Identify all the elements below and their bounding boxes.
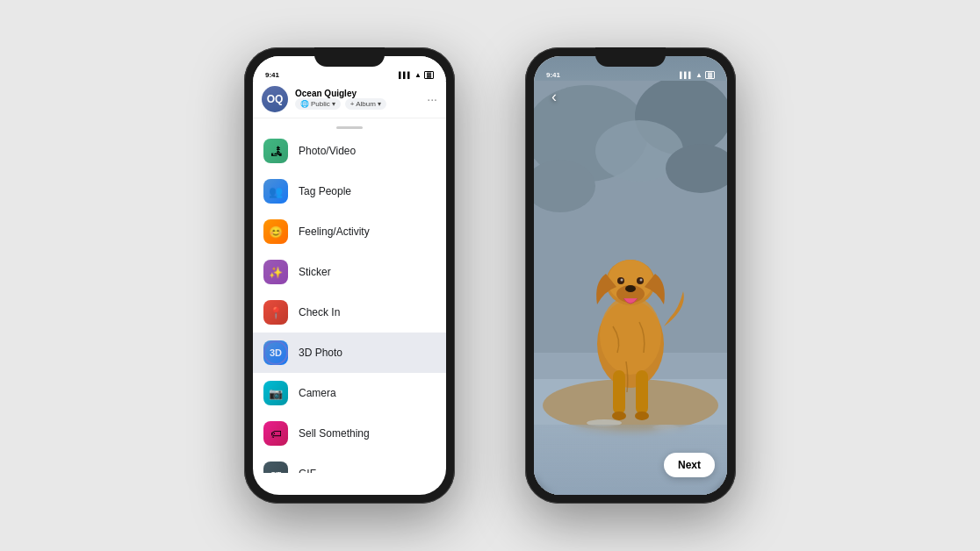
drag-indicator <box>253 118 446 131</box>
signal-icon: ▌▌▌ <box>399 72 412 78</box>
notch <box>314 47 385 67</box>
svg-point-14 <box>625 285 636 292</box>
check-in-label: Check In <box>299 306 340 318</box>
status-time: 9:41 <box>265 71 279 79</box>
gif-label: GIF <box>299 468 316 473</box>
privacy-label: Public <box>311 100 330 108</box>
wifi-icon: ▲ <box>414 71 422 79</box>
gif-icon: GIF <box>263 462 288 473</box>
camera-icon: 📷 <box>263 381 288 405</box>
photo-viewer: ‹ Next <box>534 56 727 495</box>
sell-icon: 🏷 <box>263 421 288 446</box>
album-chevron-icon: ▾ <box>378 100 381 108</box>
right-phone: 9:41 ▌▌▌ ▲ ▓ <box>525 47 736 504</box>
left-phone-screen: 9:41 ▌▌▌ ▲ ▓ OQ Ocean Quigley 🌐 Public ▾ <box>253 56 446 495</box>
left-phone: 9:41 ▌▌▌ ▲ ▓ OQ Ocean Quigley 🌐 Public ▾ <box>244 47 455 504</box>
status-bar-right: 9:41 ▌▌▌ ▲ ▓ <box>534 56 727 81</box>
menu-item-camera[interactable]: 📷 Camera <box>253 373 446 413</box>
svg-rect-19 <box>613 370 625 414</box>
menu-item-feeling[interactable]: 😊 Feeling/Activity <box>253 211 446 252</box>
privacy-pill[interactable]: 🌐 Public ▾ <box>295 98 341 110</box>
sticker-icon: ✨ <box>263 260 288 284</box>
svg-point-21 <box>612 411 626 420</box>
menu-item-tag-people[interactable]: 👥 Tag People <box>253 171 446 211</box>
tag-people-icon: 👥 <box>263 179 288 204</box>
sell-label: Sell Something <box>299 427 370 440</box>
svg-rect-20 <box>636 370 648 414</box>
photo-video-label: Photo/Video <box>299 145 356 157</box>
drag-bar <box>336 126 363 129</box>
right-wifi-icon: ▲ <box>695 71 703 79</box>
menu-item-check-in[interactable]: 📍 Check In <box>253 292 446 333</box>
right-status-icons: ▌▌▌ ▲ ▓ <box>680 71 715 79</box>
svg-point-17 <box>621 279 623 282</box>
avatar: OQ <box>262 86 288 112</box>
right-status-time: 9:41 <box>546 71 560 79</box>
sticker-label: Sticker <box>299 266 331 278</box>
globe-icon: 🌐 <box>300 100 309 108</box>
next-button[interactable]: Next <box>664 453 715 477</box>
next-label: Next <box>678 459 701 471</box>
menu-item-gif[interactable]: GIF GIF <box>253 454 446 473</box>
menu-item-3d-photo[interactable]: 3D 3D Photo <box>253 333 446 373</box>
feeling-label: Feeling/Activity <box>299 225 370 238</box>
post-header: OQ Ocean Quigley 🌐 Public ▾ + Album ▾ ··… <box>253 81 446 118</box>
username: Ocean Quigley <box>295 89 420 98</box>
feeling-icon: 😊 <box>263 219 288 244</box>
right-battery-icon: ▓ <box>705 71 715 79</box>
chevron-icon: ▾ <box>332 100 335 108</box>
back-chevron-icon: ‹ <box>551 88 557 106</box>
svg-point-10 <box>600 296 661 375</box>
battery-icon: ▓ <box>424 71 434 79</box>
3d-photo-label: 3D Photo <box>299 347 342 359</box>
menu-item-photo-video[interactable]: 🏞 Photo/Video <box>253 131 446 171</box>
right-signal-icon: ▌▌▌ <box>680 72 693 78</box>
camera-label: Camera <box>299 387 336 399</box>
selection-circle <box>263 340 288 365</box>
right-phone-screen: 9:41 ▌▌▌ ▲ ▓ <box>534 56 727 495</box>
post-header-info: Ocean Quigley 🌐 Public ▾ + Album ▾ <box>295 89 420 110</box>
avatar-image: OQ <box>262 86 288 112</box>
menu-list: 🏞 Photo/Video 👥 Tag People 😊 Feeling/Act… <box>253 131 446 473</box>
photo-video-icon: 🏞 <box>263 139 288 163</box>
album-label: + Album <box>350 100 376 108</box>
menu-item-sticker[interactable]: ✨ Sticker <box>253 252 446 292</box>
svg-point-22 <box>635 411 649 420</box>
check-in-icon: 📍 <box>263 300 288 325</box>
svg-point-18 <box>640 279 643 282</box>
status-icons: ▌▌▌ ▲ ▓ <box>399 71 434 79</box>
more-button[interactable]: ··· <box>427 92 437 106</box>
tag-people-label: Tag People <box>299 185 351 197</box>
menu-item-sell[interactable]: 🏷 Sell Something <box>253 413 446 454</box>
post-options: 🌐 Public ▾ + Album ▾ <box>295 98 420 110</box>
album-pill[interactable]: + Album ▾ <box>345 98 386 110</box>
back-button[interactable]: ‹ <box>544 87 564 106</box>
